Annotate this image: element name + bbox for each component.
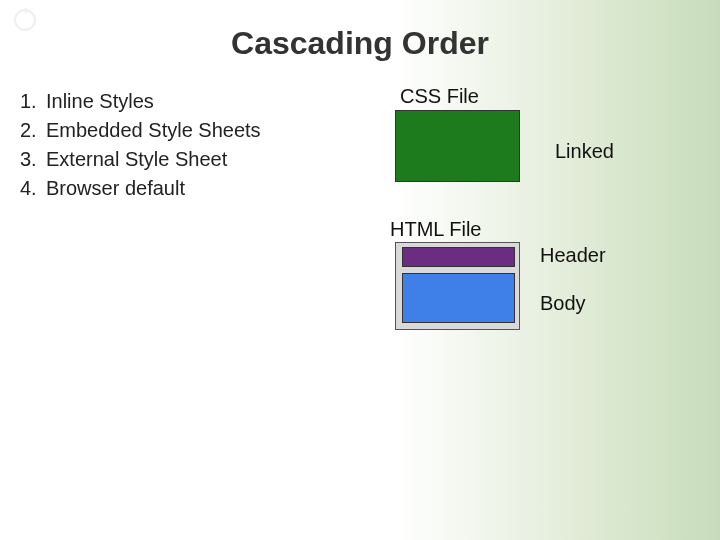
list-item: 1.Inline Styles — [20, 90, 261, 113]
slide-title: Cascading Order — [0, 25, 720, 62]
list-text: Embedded Style Sheets — [46, 119, 261, 141]
css-file-box — [395, 110, 520, 182]
css-file-label: CSS File — [400, 85, 479, 108]
header-label: Header — [540, 244, 606, 267]
list-item: 2.Embedded Style Sheets — [20, 119, 261, 142]
header-box — [402, 247, 515, 267]
ordered-list: 1.Inline Styles 2.Embedded Style Sheets … — [20, 90, 261, 206]
body-box — [402, 273, 515, 323]
body-label: Body — [540, 292, 586, 315]
list-item: 4.Browser default — [20, 177, 261, 200]
list-text: External Style Sheet — [46, 148, 227, 170]
list-number: 1. — [20, 90, 46, 113]
list-number: 3. — [20, 148, 46, 171]
list-text: Inline Styles — [46, 90, 154, 112]
list-text: Browser default — [46, 177, 185, 199]
linked-label: Linked — [555, 140, 614, 163]
list-item: 3.External Style Sheet — [20, 148, 261, 171]
html-file-label: HTML File — [390, 218, 481, 241]
list-number: 2. — [20, 119, 46, 142]
list-number: 4. — [20, 177, 46, 200]
html-file-box — [395, 242, 520, 330]
